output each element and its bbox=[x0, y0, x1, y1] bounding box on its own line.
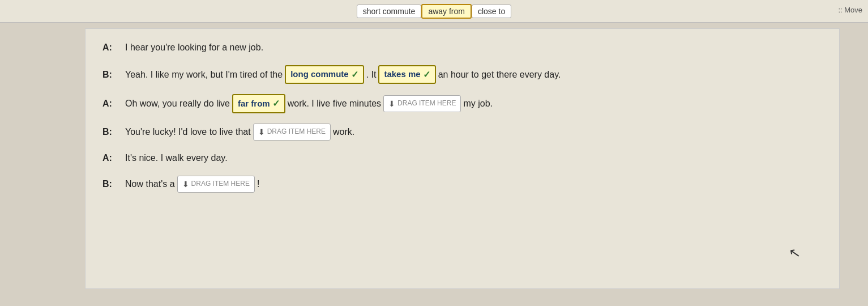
check-icon-1: ✓ bbox=[351, 67, 358, 82]
answer-takes-me: takes me ✓ bbox=[378, 65, 435, 84]
text-b3-2: ! bbox=[257, 177, 259, 192]
speaker-b3: B: bbox=[102, 177, 119, 192]
text-a3: It's nice. I walk every day. bbox=[125, 151, 228, 165]
text-b2-2: work. bbox=[333, 125, 354, 139]
speaker-b2: B: bbox=[102, 125, 119, 139]
drop-arrow-b2: ⬇ bbox=[258, 126, 265, 138]
dialogue-line-b3: B: Now that's a ⬇ DRAG ITEM HERE ! bbox=[102, 176, 822, 193]
dialogue-line-b1: B: Yeah. I like my work, but I'm tired o… bbox=[102, 65, 822, 84]
answer-far-from-text: far from bbox=[238, 97, 270, 110]
dialogue-line-b2: B: You're lucky! I'd love to live that ⬇… bbox=[102, 124, 822, 141]
drop-arrow-a2: ⬇ bbox=[388, 97, 395, 110]
text-a1: I hear you're looking for a new job. bbox=[125, 40, 263, 55]
chip-close-to[interactable]: close to bbox=[472, 5, 511, 18]
line-text-a3: It's nice. I walk every day. bbox=[125, 151, 822, 165]
drop-arrow-b3: ⬇ bbox=[182, 178, 189, 190]
speaker-b1: B: bbox=[102, 67, 119, 82]
text-b3-1: Now that's a bbox=[125, 177, 175, 192]
move-label: :: Move bbox=[838, 6, 862, 14]
text-a2-2: work. I live five minutes bbox=[288, 96, 381, 111]
drop-label-b3: DRAG ITEM HERE bbox=[191, 178, 250, 189]
drop-zone-b2[interactable]: ⬇ DRAG ITEM HERE bbox=[253, 124, 331, 141]
chip-away-from[interactable]: away from bbox=[421, 4, 472, 19]
main-content: A: I hear you're looking for a new job. … bbox=[85, 28, 840, 289]
dialogue-line-a2: A: Oh wow, you really do live far from ✓… bbox=[102, 94, 822, 113]
line-text-b3: Now that's a ⬇ DRAG ITEM HERE ! bbox=[125, 176, 822, 193]
text-b1-2: . It bbox=[366, 67, 377, 82]
drop-zone-a2[interactable]: ⬇ DRAG ITEM HERE bbox=[383, 95, 461, 112]
answer-long-commute-text: long commute bbox=[290, 67, 349, 81]
speaker-a3: A: bbox=[102, 151, 119, 165]
speaker-a1: A: bbox=[102, 40, 119, 55]
dialogue-line-a1: A: I hear you're looking for a new job. bbox=[102, 40, 822, 55]
check-icon-2: ✓ bbox=[423, 67, 430, 82]
text-b2-1: You're lucky! I'd love to live that bbox=[125, 125, 251, 139]
text-a2-3: my job. bbox=[463, 96, 493, 111]
drop-label-a2: DRAG ITEM HERE bbox=[397, 98, 456, 109]
chip-short-commute[interactable]: short commute bbox=[357, 5, 422, 18]
top-bar: short commute away from close to :: Move bbox=[0, 0, 868, 23]
answer-long-commute: long commute ✓ bbox=[285, 65, 364, 84]
text-a2-1: Oh wow, you really do live bbox=[125, 96, 230, 111]
check-icon-3: ✓ bbox=[272, 96, 280, 111]
dialogue-line-a3: A: It's nice. I walk every day. bbox=[102, 151, 822, 165]
drop-zone-b3[interactable]: ⬇ DRAG ITEM HERE bbox=[177, 176, 255, 193]
drop-label-b2: DRAG ITEM HERE bbox=[267, 126, 326, 137]
text-b1-3: an hour to get there every day. bbox=[438, 67, 561, 82]
line-text-a1: I hear you're looking for a new job. bbox=[125, 40, 822, 55]
text-b1-1: Yeah. I like my work, but I'm tired of t… bbox=[125, 67, 283, 82]
line-text-b1: Yeah. I like my work, but I'm tired of t… bbox=[125, 65, 822, 84]
answer-takes-me-text: takes me bbox=[384, 67, 420, 81]
line-text-b2: You're lucky! I'd love to live that ⬇ DR… bbox=[125, 124, 822, 141]
answer-far-from: far from ✓ bbox=[232, 94, 285, 113]
speaker-a2: A: bbox=[102, 96, 119, 111]
line-text-a2: Oh wow, you really do live far from ✓ wo… bbox=[125, 94, 822, 113]
